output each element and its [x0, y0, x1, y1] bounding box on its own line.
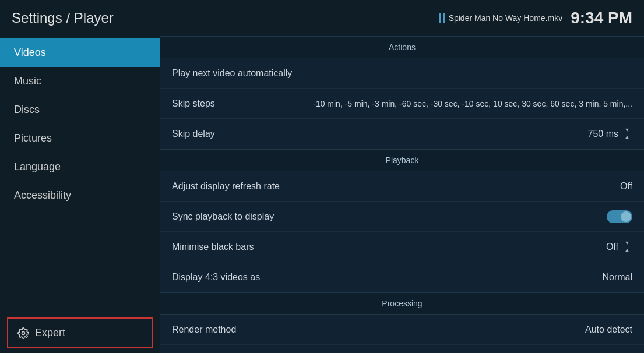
row-skip-steps-value: -10 min, -5 min, -3 min, -60 sec, -30 se…	[313, 99, 632, 108]
sidebar-item-music[interactable]: Music	[0, 67, 160, 96]
section-header-playback: Playback	[160, 149, 644, 171]
section-header-processing: Processing	[160, 292, 644, 315]
row-minimise-bars-label: Minimise black bars	[172, 242, 254, 252]
row-display-43[interactable]: Display 4:3 videos as Normal	[160, 262, 644, 292]
film-icon	[439, 13, 445, 23]
skip-delay-stepper[interactable]: ▼ ▲	[622, 128, 632, 140]
row-minimise-bars-value: Off ▼ ▲	[606, 241, 632, 253]
row-play-next-label: Play next video automatically	[172, 68, 292, 79]
row-skip-delay-value: 750 ms ▼ ▲	[588, 128, 632, 140]
sidebar-item-language[interactable]: Language	[0, 153, 160, 181]
row-render-method-value: Auto detect	[585, 324, 632, 335]
now-playing-text: Spider Man No Way Home.mkv	[449, 13, 563, 23]
time-display: 9:34 PM	[571, 9, 632, 27]
expert-button[interactable]: Expert	[7, 317, 153, 348]
header-right: Spider Man No Way Home.mkv 9:34 PM	[439, 9, 632, 27]
row-hq-scalers[interactable]: - Enable HQ scalers for scaling above 20…	[160, 345, 644, 353]
expert-label: Expert	[35, 327, 65, 339]
now-playing: Spider Man No Way Home.mkv	[439, 13, 563, 23]
settings-content: Actions Play next video automatically Sk…	[160, 36, 644, 353]
sidebar: Videos Music Discs Pictures Language Acc…	[0, 36, 160, 353]
skip-delay-up[interactable]: ▲	[622, 135, 632, 140]
row-sync-playback-label: Sync playback to display	[172, 211, 274, 222]
minimise-bars-stepper[interactable]: ▼ ▲	[622, 241, 632, 253]
row-adjust-refresh-value: Off	[620, 181, 632, 192]
row-skip-delay[interactable]: Skip delay 750 ms ▼ ▲	[160, 119, 644, 149]
app-header: Settings / Player Spider Man No Way Home…	[0, 0, 644, 36]
row-display-43-value: Normal	[602, 272, 632, 283]
row-skip-steps-label: Skip steps	[172, 98, 215, 109]
row-render-method-label: Render method	[172, 324, 236, 335]
minimise-bars-down[interactable]: ▼	[622, 241, 632, 246]
row-skip-steps[interactable]: Skip steps -10 min, -5 min, -3 min, -60 …	[160, 89, 644, 119]
gear-icon	[17, 327, 29, 339]
row-sync-playback[interactable]: Sync playback to display	[160, 202, 644, 232]
sidebar-item-accessibility[interactable]: Accessibility	[0, 181, 160, 210]
svg-point-0	[22, 331, 25, 334]
page-title: Settings / Player	[12, 10, 114, 26]
row-play-next[interactable]: Play next video automatically	[160, 58, 644, 89]
sidebar-spacer	[0, 210, 160, 313]
row-render-method[interactable]: Render method Auto detect	[160, 315, 644, 345]
row-adjust-refresh[interactable]: Adjust display refresh rate Off	[160, 171, 644, 202]
minimise-bars-up[interactable]: ▲	[622, 248, 632, 253]
skip-delay-down[interactable]: ▼	[622, 128, 632, 133]
sidebar-item-videos[interactable]: Videos	[0, 38, 160, 67]
main-layout: Videos Music Discs Pictures Language Acc…	[0, 36, 644, 353]
sync-playback-toggle[interactable]	[607, 210, 632, 223]
row-skip-delay-label: Skip delay	[172, 129, 215, 139]
section-header-actions: Actions	[160, 36, 644, 58]
sidebar-item-discs[interactable]: Discs	[0, 96, 160, 124]
row-adjust-refresh-label: Adjust display refresh rate	[172, 181, 280, 192]
row-minimise-bars[interactable]: Minimise black bars Off ▼ ▲	[160, 232, 644, 262]
row-display-43-label: Display 4:3 videos as	[172, 272, 260, 283]
sidebar-item-pictures[interactable]: Pictures	[0, 124, 160, 153]
toggle-knob	[621, 211, 631, 222]
